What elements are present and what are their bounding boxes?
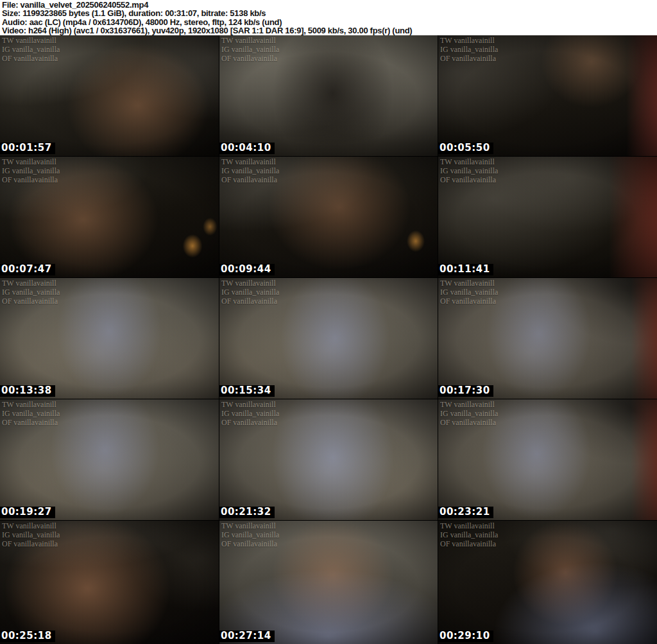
watermark-overlay: TW vanillavainill IG vanilla_vainilla OF… xyxy=(2,157,60,184)
watermark-overlay: TW vanillavainill IG vanilla_vainilla OF… xyxy=(2,279,60,306)
watermark-overlay: TW vanillavainill IG vanilla_vainilla OF… xyxy=(440,521,498,548)
watermark-line-instagram: IG vanilla_vainilla xyxy=(221,530,279,539)
watermark-line-onlyfans: OF vanillavainilla xyxy=(440,175,498,184)
video-contact-sheet: File: vanilla_velvet_202506240552.mp4 Si… xyxy=(0,0,657,644)
video-thumbnail: TW vanillavainill IG vanilla_vainilla OF… xyxy=(438,157,657,277)
watermark-line-onlyfans: OF vanillavainilla xyxy=(221,54,279,63)
video-thumbnail: TW vanillavainill IG vanilla_vainilla OF… xyxy=(438,278,657,399)
watermark-line-twitter: TW vanillavainill xyxy=(221,400,279,409)
video-thumbnail: TW vanillavainill IG vanilla_vainilla OF… xyxy=(219,521,438,644)
timestamp-overlay: 00:17:30 xyxy=(438,385,493,397)
watermark-overlay: TW vanillavainill IG vanilla_vainilla OF… xyxy=(221,157,279,184)
video-thumbnail: TW vanillavainill IG vanilla_vainilla OF… xyxy=(438,399,657,520)
timestamp-overlay: 00:25:18 xyxy=(0,631,55,642)
watermark-line-instagram: IG vanilla_vainilla xyxy=(221,409,279,418)
watermark-overlay: TW vanillavainill IG vanilla_vainilla OF… xyxy=(440,400,498,427)
watermark-line-onlyfans: OF vanillavainilla xyxy=(2,539,60,548)
timestamp-overlay: 00:01:57 xyxy=(0,143,55,154)
metadata-header: File: vanilla_velvet_202506240552.mp4 Si… xyxy=(0,0,657,35)
watermark-overlay: TW vanillavainill IG vanilla_vainilla OF… xyxy=(221,400,279,427)
video-thumbnail: TW vanillavainill IG vanilla_vainilla OF… xyxy=(219,35,438,156)
watermark-line-twitter: TW vanillavainill xyxy=(440,157,498,166)
watermark-line-twitter: TW vanillavainill xyxy=(2,157,60,166)
timestamp-overlay: 00:04:10 xyxy=(219,143,275,154)
watermark-line-onlyfans: OF vanillavainilla xyxy=(440,297,498,306)
timestamp-overlay: 00:13:38 xyxy=(0,385,55,397)
watermark-line-instagram: IG vanilla_vainilla xyxy=(440,166,498,175)
timestamp-overlay: 00:29:10 xyxy=(438,631,493,642)
watermark-overlay: TW vanillavainill IG vanilla_vainilla OF… xyxy=(440,157,498,184)
video-thumbnail: TW vanillavainill IG vanilla_vainilla OF… xyxy=(0,399,219,520)
watermark-line-onlyfans: OF vanillavainilla xyxy=(440,418,498,427)
watermark-line-instagram: IG vanilla_vainilla xyxy=(2,530,60,539)
timestamp-overlay: 00:23:21 xyxy=(438,507,493,518)
watermark-line-instagram: IG vanilla_vainilla xyxy=(221,166,279,175)
video-thumbnail: TW vanillavainill IG vanilla_vainilla OF… xyxy=(219,399,438,520)
watermark-overlay: TW vanillavainill IG vanilla_vainilla OF… xyxy=(2,521,60,548)
video-thumbnail: TW vanillavainill IG vanilla_vainilla OF… xyxy=(219,278,438,399)
watermark-line-twitter: TW vanillavainill xyxy=(2,279,60,288)
watermark-line-instagram: IG vanilla_vainilla xyxy=(440,530,498,539)
watermark-line-twitter: TW vanillavainill xyxy=(221,36,279,45)
watermark-overlay: TW vanillavainill IG vanilla_vainilla OF… xyxy=(221,36,279,63)
watermark-line-onlyfans: OF vanillavainilla xyxy=(221,539,279,548)
video-thumbnail: TW vanillavainill IG vanilla_vainilla OF… xyxy=(0,278,219,399)
timestamp-overlay: 00:19:27 xyxy=(0,507,55,518)
video-thumbnail: TW vanillavainill IG vanilla_vainilla OF… xyxy=(0,521,219,644)
watermark-line-onlyfans: OF vanillavainilla xyxy=(2,54,60,63)
watermark-line-twitter: TW vanillavainill xyxy=(2,400,60,409)
watermark-line-onlyfans: OF vanillavainilla xyxy=(221,297,279,306)
watermark-line-onlyfans: OF vanillavainilla xyxy=(2,297,60,306)
watermark-line-onlyfans: OF vanillavainilla xyxy=(221,418,279,427)
watermark-line-twitter: TW vanillavainill xyxy=(440,279,498,288)
watermark-line-instagram: IG vanilla_vainilla xyxy=(440,288,498,297)
watermark-line-instagram: IG vanilla_vainilla xyxy=(2,166,60,175)
timestamp-overlay: 00:15:34 xyxy=(219,385,275,397)
watermark-line-twitter: TW vanillavainill xyxy=(221,521,279,530)
watermark-line-instagram: IG vanilla_vainilla xyxy=(221,288,279,297)
watermark-line-instagram: IG vanilla_vainilla xyxy=(221,45,279,54)
metadata-line-video: Video: h264 (High) (avc1 / 0x31637661), … xyxy=(2,26,657,35)
watermark-line-instagram: IG vanilla_vainilla xyxy=(440,45,498,54)
video-thumbnail: TW vanillavainill IG vanilla_vainilla OF… xyxy=(0,35,219,156)
watermark-overlay: TW vanillavainill IG vanilla_vainilla OF… xyxy=(440,36,498,63)
thumbnail-grid: TW vanillavainill IG vanilla_vainilla OF… xyxy=(0,35,657,644)
watermark-line-twitter: TW vanillavainill xyxy=(2,36,60,45)
watermark-line-onlyfans: OF vanillavainilla xyxy=(2,418,60,427)
watermark-line-instagram: IG vanilla_vainilla xyxy=(2,45,60,54)
watermark-line-twitter: TW vanillavainill xyxy=(440,400,498,409)
watermark-line-twitter: TW vanillavainill xyxy=(221,157,279,166)
metadata-line-file: File: vanilla_velvet_202506240552.mp4 xyxy=(2,1,657,9)
video-thumbnail: TW vanillavainill IG vanilla_vainilla OF… xyxy=(219,157,438,277)
watermark-line-instagram: IG vanilla_vainilla xyxy=(2,288,60,297)
watermark-line-twitter: TW vanillavainill xyxy=(440,36,498,45)
watermark-line-onlyfans: OF vanillavainilla xyxy=(221,175,279,184)
metadata-line-size: Size: 1199323865 bytes (1.1 GiB), durati… xyxy=(2,9,657,17)
video-thumbnail: TW vanillavainill IG vanilla_vainilla OF… xyxy=(438,35,657,156)
watermark-line-twitter: TW vanillavainill xyxy=(440,521,498,530)
watermark-line-onlyfans: OF vanillavainilla xyxy=(440,54,498,63)
watermark-overlay: TW vanillavainill IG vanilla_vainilla OF… xyxy=(2,36,60,63)
watermark-overlay: TW vanillavainill IG vanilla_vainilla OF… xyxy=(2,400,60,427)
watermark-line-instagram: IG vanilla_vainilla xyxy=(2,409,60,418)
timestamp-overlay: 00:09:44 xyxy=(219,264,275,275)
watermark-overlay: TW vanillavainill IG vanilla_vainilla OF… xyxy=(440,279,498,306)
timestamp-overlay: 00:07:47 xyxy=(0,264,55,275)
watermark-overlay: TW vanillavainill IG vanilla_vainilla OF… xyxy=(221,521,279,548)
timestamp-overlay: 00:05:50 xyxy=(438,143,493,154)
watermark-line-twitter: TW vanillavainill xyxy=(221,279,279,288)
timestamp-overlay: 00:27:14 xyxy=(219,631,275,642)
watermark-overlay: TW vanillavainill IG vanilla_vainilla OF… xyxy=(221,279,279,306)
timestamp-overlay: 00:21:32 xyxy=(219,507,275,518)
metadata-line-audio: Audio: aac (LC) (mp4a / 0x6134706D), 480… xyxy=(2,18,657,26)
watermark-line-instagram: IG vanilla_vainilla xyxy=(440,409,498,418)
watermark-line-onlyfans: OF vanillavainilla xyxy=(440,539,498,548)
video-thumbnail: TW vanillavainill IG vanilla_vainilla OF… xyxy=(0,157,219,277)
watermark-line-twitter: TW vanillavainill xyxy=(2,521,60,530)
watermark-line-onlyfans: OF vanillavainilla xyxy=(2,175,60,184)
timestamp-overlay: 00:11:41 xyxy=(438,264,493,275)
video-thumbnail: TW vanillavainill IG vanilla_vainilla OF… xyxy=(438,521,657,644)
